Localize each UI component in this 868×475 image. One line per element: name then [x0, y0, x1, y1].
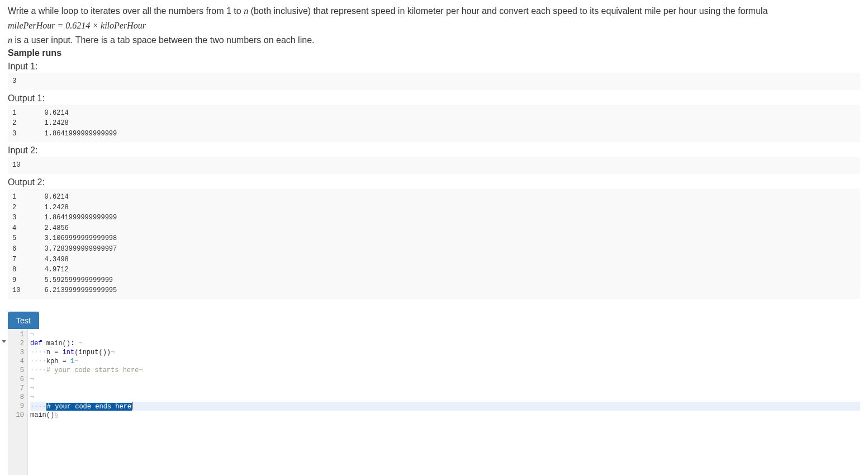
- fold-icon[interactable]: [2, 340, 6, 343]
- var-n-1: n: [244, 6, 248, 16]
- input2-block: 10: [8, 157, 860, 174]
- input2-label: Input 2:: [8, 145, 860, 156]
- code-line[interactable]: ····n = int(input())¬: [30, 348, 860, 357]
- code-line[interactable]: ¬: [30, 330, 860, 339]
- output2-label: Output 2:: [8, 177, 860, 187]
- code-line[interactable]: main()§: [30, 411, 860, 420]
- input1-label: Input 1:: [8, 62, 860, 72]
- line-number: 10: [8, 411, 24, 420]
- code-line[interactable]: ¬: [30, 375, 860, 384]
- line-number: 5: [8, 366, 24, 375]
- text-cursor: [132, 402, 132, 410]
- output2-block: 1 0.6214 2 1.2428 3 1.8641999999999999 4…: [8, 189, 860, 299]
- problem-line1-suffix: (both inclusive) that represent speed in…: [248, 6, 767, 16]
- line-number: 1: [8, 330, 24, 339]
- code-line[interactable]: ····# your code starts here¬: [30, 366, 860, 375]
- line-number: 8: [8, 393, 24, 402]
- code-line[interactable]: def main(): ¬: [30, 339, 860, 348]
- problem-line3-rest: is a user input. There is a tab space be…: [12, 35, 314, 45]
- output1-label: Output 1:: [8, 93, 860, 104]
- code-line[interactable]: ····# your code ends here: [30, 402, 860, 411]
- code-line[interactable]: ····kph = 1¬: [30, 357, 860, 366]
- var-n-2: n: [8, 35, 12, 45]
- sample-runs-heading: Sample runs: [8, 48, 860, 58]
- line-number: 6: [8, 375, 24, 384]
- line-number: 3: [8, 348, 24, 357]
- editor-code-area[interactable]: ¬def main(): ¬····n = int(input())¬····k…: [28, 329, 860, 475]
- editor-gutter: 12345678910: [8, 329, 28, 475]
- input1-block: 3: [8, 73, 860, 90]
- tab-test[interactable]: Test: [8, 312, 39, 329]
- line-number: 2: [8, 339, 24, 348]
- line-number: 7: [8, 384, 24, 393]
- editor-tabs: Test: [8, 312, 860, 329]
- line-number: 4: [8, 357, 24, 366]
- output1-block: 1 0.6214 2 1.2428 3 1.8641999999999999: [8, 105, 860, 143]
- problem-statement: Write a while loop to iterates over all …: [8, 4, 860, 47]
- problem-line1-prefix: Write a while loop to iterates over all …: [8, 6, 244, 16]
- formula: milePerHour = 0.6214 × kiloPerHour: [8, 19, 860, 32]
- code-editor[interactable]: 12345678910 ¬def main(): ¬····n = int(in…: [8, 329, 860, 475]
- code-line[interactable]: ¬: [30, 384, 860, 393]
- line-number: 9: [8, 402, 24, 411]
- code-line[interactable]: ¬: [30, 393, 860, 402]
